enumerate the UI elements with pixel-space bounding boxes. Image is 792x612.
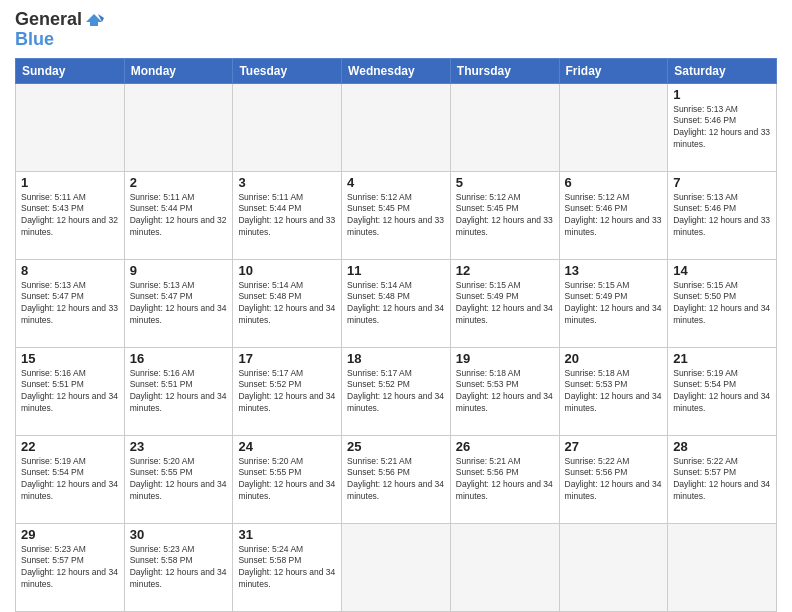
calendar-day-cell: [233, 83, 342, 171]
day-number: 17: [238, 351, 336, 366]
day-info: Sunrise: 5:12 AMSunset: 5:45 PMDaylight:…: [347, 192, 445, 240]
calendar-day-cell: 19 Sunrise: 5:18 AMSunset: 5:53 PMDaylig…: [450, 347, 559, 435]
calendar-day-cell: 11 Sunrise: 5:14 AMSunset: 5:48 PMDaylig…: [342, 259, 451, 347]
day-info: Sunrise: 5:19 AMSunset: 5:54 PMDaylight:…: [21, 456, 119, 504]
day-number: 31: [238, 527, 336, 542]
day-number: 9: [130, 263, 228, 278]
calendar-week-row: 1 Sunrise: 5:11 AMSunset: 5:43 PMDayligh…: [16, 171, 777, 259]
day-info: Sunrise: 5:15 AMSunset: 5:49 PMDaylight:…: [456, 280, 554, 328]
day-info: Sunrise: 5:16 AMSunset: 5:51 PMDaylight:…: [21, 368, 119, 416]
calendar-day-cell: 20 Sunrise: 5:18 AMSunset: 5:53 PMDaylig…: [559, 347, 668, 435]
day-info: Sunrise: 5:11 AMSunset: 5:44 PMDaylight:…: [130, 192, 228, 240]
calendar-day-cell: 29 Sunrise: 5:23 AMSunset: 5:57 PMDaylig…: [16, 523, 125, 611]
day-number: 6: [565, 175, 663, 190]
day-number: 25: [347, 439, 445, 454]
day-number: 22: [21, 439, 119, 454]
day-number: 3: [238, 175, 336, 190]
calendar-day-cell: [559, 523, 668, 611]
calendar-day-cell: 21 Sunrise: 5:19 AMSunset: 5:54 PMDaylig…: [668, 347, 777, 435]
calendar-day-cell: [559, 83, 668, 171]
day-number: 18: [347, 351, 445, 366]
day-number: 21: [673, 351, 771, 366]
day-info: Sunrise: 5:12 AMSunset: 5:45 PMDaylight:…: [456, 192, 554, 240]
day-number: 30: [130, 527, 228, 542]
day-number: 28: [673, 439, 771, 454]
calendar-day-cell: 27 Sunrise: 5:22 AMSunset: 5:56 PMDaylig…: [559, 435, 668, 523]
day-number: 10: [238, 263, 336, 278]
calendar-day-cell: 12 Sunrise: 5:15 AMSunset: 5:49 PMDaylig…: [450, 259, 559, 347]
calendar-week-row: 29 Sunrise: 5:23 AMSunset: 5:57 PMDaylig…: [16, 523, 777, 611]
day-number: 14: [673, 263, 771, 278]
day-number: 4: [347, 175, 445, 190]
calendar-table: SundayMondayTuesdayWednesdayThursdayFrid…: [15, 58, 777, 612]
calendar-day-cell: 23 Sunrise: 5:20 AMSunset: 5:55 PMDaylig…: [124, 435, 233, 523]
day-info: Sunrise: 5:23 AMSunset: 5:58 PMDaylight:…: [130, 544, 228, 592]
day-info: Sunrise: 5:12 AMSunset: 5:46 PMDaylight:…: [565, 192, 663, 240]
day-info: Sunrise: 5:23 AMSunset: 5:57 PMDaylight:…: [21, 544, 119, 592]
calendar-week-row: 22 Sunrise: 5:19 AMSunset: 5:54 PMDaylig…: [16, 435, 777, 523]
day-info: Sunrise: 5:14 AMSunset: 5:48 PMDaylight:…: [347, 280, 445, 328]
calendar-day-cell: 14 Sunrise: 5:15 AMSunset: 5:50 PMDaylig…: [668, 259, 777, 347]
calendar-header-row: SundayMondayTuesdayWednesdayThursdayFrid…: [16, 58, 777, 83]
day-number: 23: [130, 439, 228, 454]
calendar-day-cell: 1 Sunrise: 5:13 AMSunset: 5:46 PMDayligh…: [668, 83, 777, 171]
day-info: Sunrise: 5:22 AMSunset: 5:57 PMDaylight:…: [673, 456, 771, 504]
calendar-week-row: 15 Sunrise: 5:16 AMSunset: 5:51 PMDaylig…: [16, 347, 777, 435]
calendar-day-cell: [450, 523, 559, 611]
day-info: Sunrise: 5:13 AMSunset: 5:46 PMDaylight:…: [673, 192, 771, 240]
calendar-day-cell: 15 Sunrise: 5:16 AMSunset: 5:51 PMDaylig…: [16, 347, 125, 435]
page: General Blue SundayMondayTuesdayWednesda…: [0, 0, 792, 612]
calendar-day-cell: 2 Sunrise: 5:11 AMSunset: 5:44 PMDayligh…: [124, 171, 233, 259]
day-info: Sunrise: 5:21 AMSunset: 5:56 PMDaylight:…: [456, 456, 554, 504]
calendar-day-cell: [16, 83, 125, 171]
day-info: Sunrise: 5:21 AMSunset: 5:56 PMDaylight:…: [347, 456, 445, 504]
day-number: 11: [347, 263, 445, 278]
calendar-day-cell: 28 Sunrise: 5:22 AMSunset: 5:57 PMDaylig…: [668, 435, 777, 523]
calendar-day-cell: 1 Sunrise: 5:11 AMSunset: 5:43 PMDayligh…: [16, 171, 125, 259]
calendar-day-header: Saturday: [668, 58, 777, 83]
day-info: Sunrise: 5:13 AMSunset: 5:47 PMDaylight:…: [21, 280, 119, 328]
day-info: Sunrise: 5:22 AMSunset: 5:56 PMDaylight:…: [565, 456, 663, 504]
calendar-day-header: Wednesday: [342, 58, 451, 83]
header: General Blue: [15, 10, 777, 50]
day-number: 16: [130, 351, 228, 366]
day-info: Sunrise: 5:18 AMSunset: 5:53 PMDaylight:…: [565, 368, 663, 416]
day-info: Sunrise: 5:16 AMSunset: 5:51 PMDaylight:…: [130, 368, 228, 416]
day-info: Sunrise: 5:11 AMSunset: 5:43 PMDaylight:…: [21, 192, 119, 240]
day-info: Sunrise: 5:15 AMSunset: 5:50 PMDaylight:…: [673, 280, 771, 328]
calendar-day-cell: 18 Sunrise: 5:17 AMSunset: 5:52 PMDaylig…: [342, 347, 451, 435]
day-info: Sunrise: 5:18 AMSunset: 5:53 PMDaylight:…: [456, 368, 554, 416]
logo-blue: Blue: [15, 30, 54, 50]
day-number: 8: [21, 263, 119, 278]
logo: General Blue: [15, 10, 104, 50]
calendar-day-cell: [124, 83, 233, 171]
day-info: Sunrise: 5:17 AMSunset: 5:52 PMDaylight:…: [238, 368, 336, 416]
calendar-day-header: Sunday: [16, 58, 125, 83]
day-info: Sunrise: 5:11 AMSunset: 5:44 PMDaylight:…: [238, 192, 336, 240]
day-number: 5: [456, 175, 554, 190]
day-number: 2: [130, 175, 228, 190]
day-info: Sunrise: 5:14 AMSunset: 5:48 PMDaylight:…: [238, 280, 336, 328]
day-info: Sunrise: 5:24 AMSunset: 5:58 PMDaylight:…: [238, 544, 336, 592]
calendar-day-cell: 3 Sunrise: 5:11 AMSunset: 5:44 PMDayligh…: [233, 171, 342, 259]
day-info: Sunrise: 5:17 AMSunset: 5:52 PMDaylight:…: [347, 368, 445, 416]
calendar-day-cell: [342, 523, 451, 611]
calendar-day-cell: 24 Sunrise: 5:20 AMSunset: 5:55 PMDaylig…: [233, 435, 342, 523]
calendar-day-cell: 9 Sunrise: 5:13 AMSunset: 5:47 PMDayligh…: [124, 259, 233, 347]
day-number: 13: [565, 263, 663, 278]
calendar-day-cell: 17 Sunrise: 5:17 AMSunset: 5:52 PMDaylig…: [233, 347, 342, 435]
calendar-day-cell: 4 Sunrise: 5:12 AMSunset: 5:45 PMDayligh…: [342, 171, 451, 259]
calendar-day-cell: 7 Sunrise: 5:13 AMSunset: 5:46 PMDayligh…: [668, 171, 777, 259]
day-info: Sunrise: 5:13 AMSunset: 5:46 PMDaylight:…: [673, 104, 771, 152]
calendar-day-header: Tuesday: [233, 58, 342, 83]
day-number: 12: [456, 263, 554, 278]
calendar-day-header: Monday: [124, 58, 233, 83]
day-info: Sunrise: 5:20 AMSunset: 5:55 PMDaylight:…: [238, 456, 336, 504]
day-info: Sunrise: 5:13 AMSunset: 5:47 PMDaylight:…: [130, 280, 228, 328]
calendar-day-cell: 30 Sunrise: 5:23 AMSunset: 5:58 PMDaylig…: [124, 523, 233, 611]
day-number: 24: [238, 439, 336, 454]
day-number: 15: [21, 351, 119, 366]
day-number: 1: [21, 175, 119, 190]
calendar-day-header: Thursday: [450, 58, 559, 83]
calendar-day-cell: 26 Sunrise: 5:21 AMSunset: 5:56 PMDaylig…: [450, 435, 559, 523]
